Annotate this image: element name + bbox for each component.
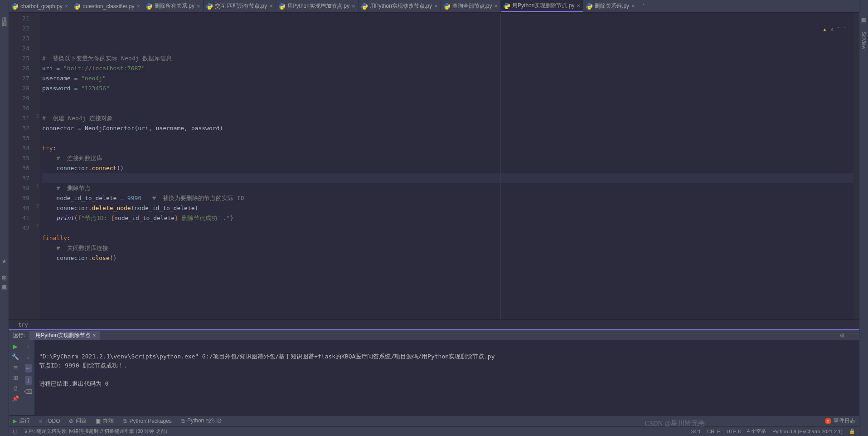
close-icon[interactable]: × [631, 3, 635, 10]
close-icon[interactable]: × [495, 3, 498, 10]
print-icon[interactable]: ⎙ [14, 385, 17, 392]
code-line: try: [42, 143, 853, 153]
vertical-guide [500, 13, 501, 319]
play-icon: ▶ [13, 418, 17, 424]
up-icon[interactable]: ↑ [27, 343, 30, 350]
close-icon[interactable]: × [136, 3, 140, 10]
editor-tab[interactable]: 删除所有关系.py× [143, 0, 204, 12]
console-line: "D:\PyCharm 2021.2.1\venv\Scripts\python… [39, 353, 495, 360]
python-file-icon [74, 3, 80, 10]
code-line: # 连接到数据库 [42, 153, 853, 163]
terminal-tool-button[interactable]: ▣终端 [96, 417, 114, 425]
code-line: finally: [42, 233, 853, 243]
code-line: # 关闭数据库连接 [42, 243, 853, 253]
close-icon[interactable]: × [65, 3, 68, 10]
code-line: print(f"节点ID: {node_id_to_delete} 删除节点成功… [42, 213, 853, 223]
editor-tab[interactable]: 用Python实现增加节点.py× [276, 0, 359, 12]
packages-icon: ⧉ [123, 418, 127, 424]
stack-icon[interactable]: ≣ [13, 364, 18, 371]
tab-label: 用Python实现修改节点.py [370, 2, 432, 10]
python-file-icon [206, 3, 213, 10]
layout-icon[interactable]: ⊞ [13, 374, 18, 381]
lock-icon[interactable]: 🔒 [849, 428, 855, 434]
run-tool-header: 运行: 用Python实现删除节点 × ⚙ — [9, 329, 859, 340]
folder-icon[interactable]: ▦ [2, 20, 7, 27]
python-file-icon [12, 3, 18, 10]
inspection-widget[interactable]: ▲ 4 ˄ ˅ [822, 26, 846, 32]
editor-scrollbar[interactable] [853, 13, 859, 319]
editor-tab[interactable]: 删除关系链.py× [583, 0, 638, 12]
code-line: connector.delete_node(node_id_to_delete) [42, 203, 853, 213]
status-message[interactable]: 文档: 翻译文档失败: 网络连接超时 // 切换翻译引擎 (30 分钟 之前) [24, 428, 167, 435]
interpreter[interactable]: Python 3.9 (PyCharm 2021.2.1) [772, 429, 843, 434]
minimize-icon[interactable]: — [849, 332, 855, 339]
wrench-icon[interactable]: 🔧 [12, 353, 19, 360]
problems-icon: ⊘ [69, 418, 73, 424]
bottom-tool-bar: ▶运行 ≡TODO ⊘问题 ▣终端 ⧉Python Packages ⧉Pyth… [9, 415, 859, 426]
editor-tab[interactable]: 用Python实现删除节点.py× [501, 0, 583, 12]
tab-label: 用Python实现删除节点.py [512, 2, 574, 10]
close-icon[interactable]: × [577, 2, 580, 9]
editor-tab[interactable]: question_classifier.py× [71, 0, 143, 12]
close-icon[interactable]: × [93, 332, 96, 338]
line-separator[interactable]: CRLF [707, 429, 720, 434]
close-icon[interactable]: × [352, 3, 355, 10]
scroll-icon[interactable]: ⤓ [25, 376, 32, 385]
breadcrumb-bar: try [9, 319, 859, 329]
bookmark-icon[interactable]: ★ [2, 258, 7, 265]
down-icon[interactable]: ↓ [27, 353, 30, 360]
console-output[interactable]: "D:\PyCharm 2021.2.1\venv\Scripts\python… [34, 340, 859, 415]
code-content[interactable]: # 替换以下变量为你的实际 Neo4j 数据库信息uri = "bolt://l… [40, 13, 853, 319]
status-message-icon: ▢ [13, 428, 17, 434]
run-tool-button[interactable]: ▶运行 [13, 417, 30, 425]
caret-position[interactable]: 34:1 [691, 429, 701, 434]
problems-tool-button[interactable]: ⊘问题 [69, 417, 87, 425]
left-tool-sidebar: 项目 ▦ ★ 结构 收藏夹 [0, 0, 9, 436]
code-line: # 替换以下变量为你的实际 Neo4j 数据库信息 [42, 54, 853, 64]
packages-tool-button[interactable]: ⧉Python Packages [123, 418, 171, 424]
run-config-name: 用Python实现删除节点 [35, 332, 90, 339]
sciview-tool-label[interactable]: SciView [861, 32, 867, 49]
close-icon[interactable]: × [434, 3, 438, 10]
event-log-button[interactable]: 2事件日志 [825, 417, 855, 425]
warning-icon: ▲ [822, 27, 827, 32]
gear-icon[interactable]: ⚙ [839, 332, 845, 339]
breadcrumb-item[interactable]: try [18, 322, 28, 328]
close-icon[interactable]: × [197, 3, 200, 10]
trash-icon[interactable]: ⌫ [24, 388, 32, 395]
chevron-up-icon[interactable]: ˄ [837, 26, 840, 32]
code-line [42, 133, 853, 143]
indent[interactable]: 4 个空格 [747, 428, 766, 435]
rerun-icon[interactable]: ▶ [13, 343, 18, 350]
run-config-tab[interactable]: 用Python实现删除节点 × [29, 331, 99, 340]
python-file-icon [504, 3, 510, 9]
editor-tab[interactable]: chatbot_graph.py× [9, 0, 71, 12]
todo-tool-button[interactable]: ≡TODO [39, 418, 60, 424]
run-label: 运行: [13, 332, 25, 339]
close-icon[interactable]: × [269, 3, 273, 10]
terminal-icon: ▣ [96, 418, 101, 424]
python-file-icon [586, 3, 592, 10]
code-line [42, 103, 853, 113]
python-file-icon [361, 3, 368, 10]
tab-scroll-icon[interactable]: ˅ [638, 0, 649, 12]
editor-tab[interactable]: 用Python实现修改节点.py× [359, 0, 441, 12]
editor-tab[interactable]: 查询全部节点.py× [441, 0, 501, 12]
code-line [42, 173, 853, 183]
tab-label: 交互 匹配所有节点.py [215, 2, 267, 10]
editor-area[interactable]: 2122232425262728293031323334353637383940… [9, 13, 859, 319]
fold-gutter: ⊟⊥⊟⊥ [34, 13, 40, 319]
editor-tab[interactable]: 交互 匹配所有节点.py× [204, 0, 276, 12]
chevron-down-icon[interactable]: ˅ [844, 26, 846, 32]
status-bar: ▢ 文档: 翻译文档失败: 网络连接超时 // 切换翻译引擎 (30 分钟 之前… [9, 426, 859, 436]
run-toolbar-primary: ▶ 🔧 ≣ ⊞ ⎙ 📌 [9, 340, 22, 415]
python-file-icon [146, 3, 152, 10]
encoding[interactable]: UTF-8 [727, 429, 741, 434]
code-line [42, 223, 853, 233]
code-line: password = "123456" [42, 83, 853, 93]
pin-icon[interactable]: 📌 [12, 395, 19, 402]
code-line: # 创建 Neo4j 连接对象 [42, 113, 853, 123]
wrap-icon[interactable]: ↩ [25, 364, 32, 372]
console-tool-button[interactable]: ⧉Python 控制台 [181, 417, 222, 425]
code-line [42, 93, 853, 103]
